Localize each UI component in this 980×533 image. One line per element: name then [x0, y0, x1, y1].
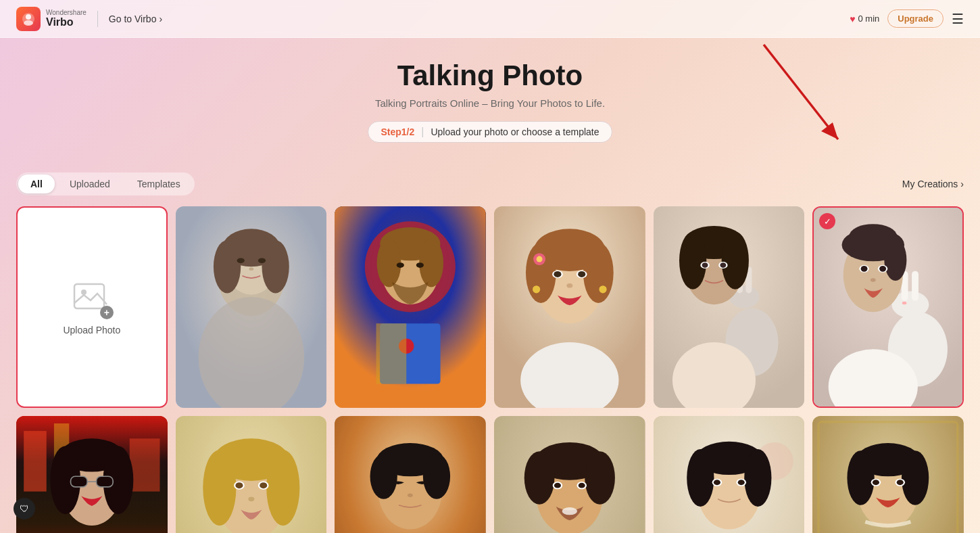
step-description: Upload your photo or choose a template: [431, 126, 599, 137]
shield-icon: 🛡: [20, 503, 29, 514]
goto-virbo-link[interactable]: Go to Virbo ›: [109, 14, 162, 24]
upload-plus-icon: +: [100, 306, 114, 319]
photo-grid-row1: + Upload Photo: [0, 206, 980, 408]
template-card-2[interactable]: [335, 206, 486, 408]
svg-point-24: [416, 262, 424, 268]
svg-point-36: [578, 271, 585, 277]
template-card-11[interactable]: [812, 416, 964, 533]
upload-icon-wrapper: +: [73, 279, 111, 317]
template-card-7[interactable]: [176, 416, 327, 533]
template-card-1[interactable]: [176, 206, 327, 408]
menu-icon[interactable]: ☰: [952, 11, 964, 27]
heart-icon: ♥: [850, 14, 855, 24]
header: Wondershare Virbo Go to Virbo › ♥ 0 min …: [0, 0, 980, 38]
svg-point-126: [714, 480, 720, 486]
chevron-right-icon: ›: [960, 179, 964, 189]
svg-rect-61: [912, 271, 918, 301]
svg-point-15: [258, 258, 266, 263]
svg-point-23: [397, 262, 404, 268]
header-left: Wondershare Virbo Go to Virbo ›: [16, 7, 162, 31]
svg-point-91: [266, 450, 299, 526]
template-card-8[interactable]: [335, 416, 486, 533]
svg-point-93: [235, 482, 243, 488]
svg-point-71: [871, 278, 876, 282]
chevron-right-icon: ›: [159, 14, 162, 24]
svg-point-55: [720, 262, 726, 268]
security-badge: 🛡: [14, 498, 35, 519]
svg-point-142: [897, 480, 904, 486]
svg-point-115: [579, 483, 585, 488]
step-label: Step1/2: [381, 126, 414, 137]
svg-point-34: [554, 271, 561, 277]
logo-icon: [16, 7, 41, 31]
svg-rect-75: [24, 431, 47, 491]
svg-point-137: [848, 450, 875, 505]
svg-point-22: [420, 239, 444, 287]
svg-point-2: [24, 20, 33, 26]
svg-point-116: [562, 507, 577, 515]
main-content: Talking Photo Talking Portraits Online –…: [0, 38, 980, 172]
time-badge: ♥ 0 min: [850, 14, 879, 24]
template-card-9[interactable]: [494, 416, 645, 533]
svg-point-31: [526, 242, 556, 302]
tab-uploaded[interactable]: Uploaded: [57, 175, 122, 193]
svg-point-95: [260, 482, 267, 488]
svg-marker-4: [821, 122, 838, 139]
svg-point-70: [879, 266, 886, 272]
svg-point-50: [679, 232, 706, 289]
template-card-3[interactable]: [494, 206, 645, 408]
template-card-4[interactable]: [654, 206, 805, 408]
tab-templates[interactable]: Templates: [125, 175, 193, 193]
header-right: ♥ 0 min Upgrade ☰: [850, 9, 964, 28]
svg-point-42: [599, 285, 606, 293]
upgrade-button[interactable]: Upgrade: [887, 9, 944, 28]
step-indicator: Step1/2 | Upload your photo or choose a …: [368, 121, 612, 143]
svg-point-39: [537, 256, 543, 262]
svg-rect-82: [71, 476, 88, 487]
step-divider: |: [421, 126, 424, 138]
svg-point-140: [873, 480, 879, 486]
arrow-annotation: [737, 31, 872, 153]
svg-point-138: [902, 450, 929, 505]
svg-point-14: [237, 258, 244, 263]
template-card-5-selected[interactable]: ✓: [812, 206, 964, 408]
logo: Wondershare Virbo: [16, 7, 87, 31]
svg-point-21: [377, 239, 401, 287]
product-label: Virbo: [46, 16, 87, 28]
svg-point-128: [737, 480, 744, 486]
svg-point-68: [861, 266, 868, 272]
svg-line-3: [764, 45, 838, 139]
svg-point-123: [687, 449, 714, 507]
page-subtitle: Talking Portraits Online – Bring Your Ph…: [16, 97, 964, 109]
svg-point-41: [533, 285, 540, 293]
svg-point-1: [26, 14, 31, 20]
svg-point-16: [249, 267, 253, 270]
upload-label: Upload Photo: [63, 325, 120, 335]
svg-point-12: [214, 240, 241, 293]
my-creations-link[interactable]: My Creations ›: [902, 179, 964, 189]
svg-point-53: [702, 262, 708, 268]
svg-point-111: [585, 452, 615, 505]
template-card-6[interactable]: [16, 416, 168, 533]
header-divider: [97, 11, 98, 27]
svg-point-13: [262, 240, 289, 293]
svg-rect-27: [376, 323, 407, 384]
upload-photo-card[interactable]: + Upload Photo: [16, 206, 168, 408]
template-card-10[interactable]: [654, 416, 805, 533]
svg-point-102: [423, 454, 450, 499]
photo-grid-row2: [0, 416, 980, 533]
svg-point-51: [721, 232, 748, 289]
svg-point-90: [203, 450, 236, 526]
brand-label: Wondershare: [46, 9, 87, 16]
svg-point-124: [744, 449, 771, 507]
svg-point-32: [583, 242, 614, 302]
svg-point-113: [554, 483, 561, 488]
svg-point-101: [370, 454, 397, 499]
svg-rect-77: [130, 439, 160, 492]
page-title: Talking Photo: [16, 60, 964, 92]
filter-tabs: All Uploaded Templates My Creations ›: [0, 172, 980, 206]
svg-point-37: [566, 283, 572, 288]
tab-group: All Uploaded Templates: [16, 172, 195, 195]
tab-all[interactable]: All: [18, 175, 55, 193]
svg-point-110: [524, 452, 555, 505]
